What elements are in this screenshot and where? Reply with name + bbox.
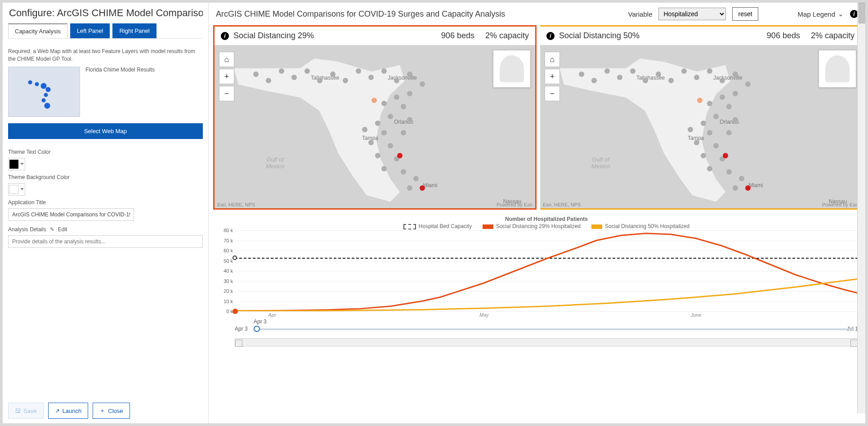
- county-dot: [388, 114, 393, 119]
- county-dot: [707, 101, 712, 106]
- webmap-thumbnail[interactable]: [8, 67, 80, 117]
- save-icon: 🖫: [15, 408, 21, 414]
- county-dot: [388, 143, 393, 148]
- info-icon[interactable]: i: [221, 32, 229, 40]
- tab-right-panel[interactable]: Right Panel: [112, 23, 156, 38]
- county-dot: [407, 72, 412, 77]
- zoom-in-button[interactable]: +: [219, 69, 234, 84]
- county-dot: [394, 94, 399, 100]
- slider-handle[interactable]: [254, 326, 260, 332]
- user-widget[interactable]: [819, 50, 856, 88]
- map-left-canvas[interactable]: ⌂ + − Esri, HERE, NPS Powered by Esri Ta…: [215, 45, 535, 208]
- select-web-map-button[interactable]: Select Web Map: [8, 123, 203, 139]
- launch-button[interactable]: ↗ Launch: [48, 403, 89, 419]
- info-icon[interactable]: i: [546, 32, 555, 40]
- variable-label: Variable: [628, 10, 653, 18]
- tab-capacity-analysis[interactable]: Capacity Analysis: [8, 23, 67, 38]
- city-label-jacksonville: Jacksonville: [713, 75, 743, 81]
- highlight-dot: [723, 153, 728, 158]
- county-dot: [701, 121, 706, 126]
- county-dot: [733, 91, 738, 96]
- reset-button[interactable]: reset: [732, 7, 758, 21]
- y-tick: 10 k: [217, 299, 233, 304]
- city-label-miami: Miami: [748, 182, 763, 188]
- horizontal-scrollbar[interactable]: [235, 338, 858, 346]
- county-dot: [681, 68, 687, 74]
- county-dot: [739, 176, 744, 181]
- city-label-nassau: Nassau: [503, 198, 522, 205]
- county-dot: [733, 117, 738, 122]
- map-attribution: Esri, HERE, NPS: [543, 202, 581, 207]
- county-dot: [733, 72, 738, 77]
- theme-bg-color-label: Theme Background Color: [8, 174, 203, 180]
- config-tabs: Capacity Analysis Left Panel Right Panel: [8, 23, 203, 39]
- county-dot: [713, 143, 719, 148]
- county-dot: [375, 121, 380, 126]
- county-dot: [630, 68, 635, 74]
- y-tick: 80 k: [217, 228, 233, 233]
- analysis-details-edit-link[interactable]: Edit: [58, 226, 67, 233]
- highlight-dot: [397, 153, 403, 158]
- required-instructions: Required: a Web Map with at least two Fe…: [8, 48, 203, 63]
- county-dot: [362, 127, 367, 132]
- map-panel-right: i Social Distancing 50% 906 beds 2% capa…: [540, 25, 861, 210]
- theme-text-color-label: Theme Text Color: [8, 149, 203, 155]
- variable-select[interactable]: Hospitalized: [658, 8, 726, 20]
- chart-title: Number of Hospitalized Patients: [235, 216, 858, 222]
- y-tick: 0 k: [217, 309, 233, 314]
- county-dot: [401, 104, 406, 109]
- county-dot: [726, 169, 732, 175]
- launch-icon: ↗: [55, 408, 60, 414]
- tab-left-panel[interactable]: Left Panel: [70, 23, 110, 38]
- theme-text-color-picker[interactable]: [8, 158, 25, 170]
- map-panel-left: i Social Distancing 29% 906 beds 2% capa…: [213, 25, 537, 210]
- y-tick: 40 k: [217, 268, 233, 274]
- county-dot: [413, 176, 419, 181]
- close-icon: ＋: [99, 407, 105, 415]
- county-dot: [701, 153, 706, 158]
- county-dot: [381, 68, 387, 74]
- map-right-canvas[interactable]: ⌂ + − Esri, HERE, NPS Powered by Esri Ta…: [540, 45, 861, 208]
- user-widget[interactable]: [493, 50, 531, 88]
- map-right-beds: 906 beds: [767, 31, 800, 40]
- x-tick: May: [479, 312, 489, 318]
- x-tick: Apr: [268, 312, 276, 318]
- county-dot: [726, 104, 732, 109]
- city-label-jacksonville: Jacksonville: [388, 75, 417, 81]
- slider-left-label: Apr 3: [235, 326, 248, 332]
- home-button[interactable]: ⌂: [219, 52, 234, 67]
- legend-29-swatch: [483, 224, 493, 229]
- county-dot: [579, 72, 584, 77]
- gulf-label: Gulf ofMexico: [266, 156, 284, 170]
- chart-area: Number of Hospitalized Patients Hospital…: [213, 212, 861, 346]
- city-label-nassau: Nassau: [829, 198, 847, 205]
- county-dot: [401, 130, 406, 135]
- zoom-out-button[interactable]: −: [219, 86, 234, 101]
- county-dot: [707, 130, 712, 135]
- county-dot: [407, 91, 412, 96]
- home-button[interactable]: ⌂: [545, 52, 560, 67]
- county-dot: [604, 68, 610, 74]
- county-dot: [713, 114, 719, 119]
- analysis-details-input[interactable]: [8, 235, 203, 248]
- application-title-input[interactable]: [8, 208, 134, 221]
- map-legend-toggle[interactable]: Map Legend ⌄: [798, 10, 844, 18]
- county-dot: [279, 68, 284, 74]
- zoom-in-button[interactable]: +: [545, 69, 560, 84]
- county-dot: [707, 68, 712, 74]
- map-left-beds: 906 beds: [441, 31, 474, 40]
- county-dot: [375, 153, 380, 158]
- chevron-down-icon: ⌄: [838, 10, 844, 18]
- zoom-out-button[interactable]: −: [545, 86, 560, 101]
- county-dot: [688, 127, 693, 132]
- close-button[interactable]: ＋ Close: [93, 403, 130, 419]
- vertical-scrollbar[interactable]: [857, 3, 865, 413]
- county-dot: [745, 81, 751, 87]
- theme-bg-color-picker[interactable]: [8, 183, 25, 196]
- map-attribution: Esri, HERE, NPS: [217, 202, 255, 207]
- pencil-icon: ✎: [50, 226, 54, 233]
- save-button: 🖫 Save: [8, 403, 44, 419]
- time-slider[interactable]: Apr 3 Apr 3 Jul 1: [235, 321, 858, 334]
- map-left-capacity: 2% capacity: [485, 31, 529, 40]
- chart-legend: Hospital Bed Capacity Social Distancing …: [235, 223, 858, 229]
